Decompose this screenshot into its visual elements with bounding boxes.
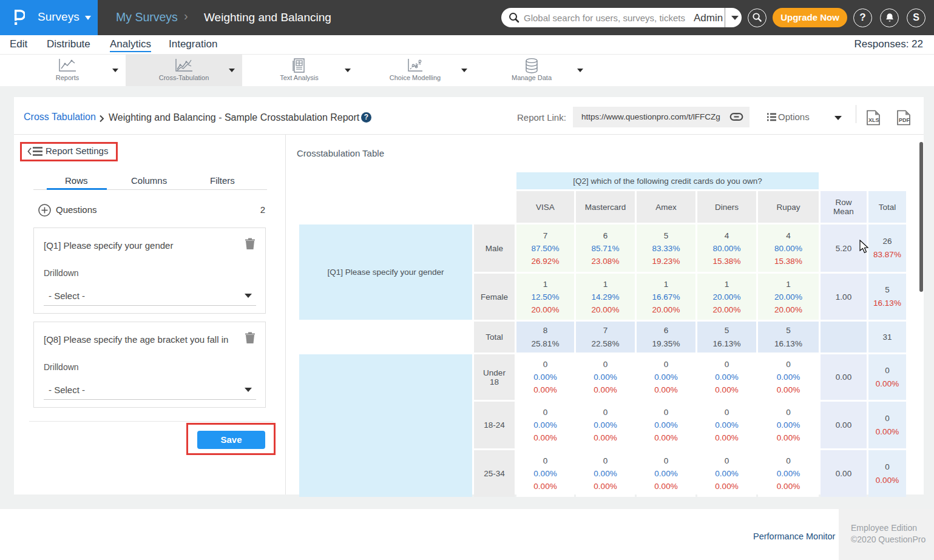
svg-text:PDF: PDF xyxy=(899,117,910,123)
svg-text:XLS: XLS xyxy=(868,117,879,123)
